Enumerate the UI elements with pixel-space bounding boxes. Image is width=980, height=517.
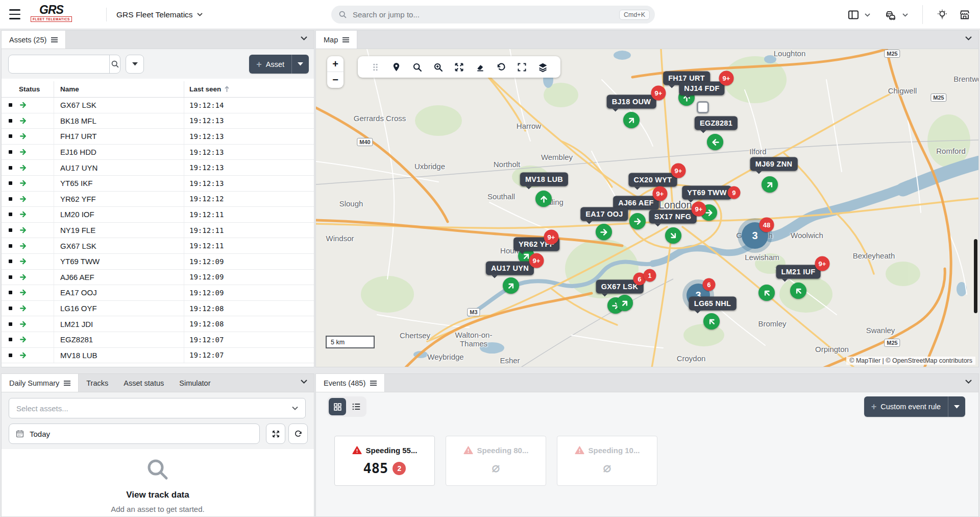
asset-row[interactable]: AJ66 AEF19:12:09 [2,270,314,286]
column-name[interactable]: Name [54,81,184,97]
vehicle-label[interactable]: MJ69 ZNN [750,157,798,171]
fit-bounds-icon[interactable] [449,56,470,78]
asset-row[interactable]: GX67 LSK19:12:11 [2,238,314,254]
vehicle-direction-marker[interactable] [629,213,646,229]
grs-logo[interactable]: GRS FLEET TELEMATICS [31,4,72,22]
vehicle-direction-marker[interactable] [623,112,640,128]
expand-button[interactable] [266,424,285,444]
asset-row[interactable]: EA17 OOJ19:12:09 [2,285,314,301]
asset-filter-dropdown-button[interactable] [126,55,144,74]
vehicle-label[interactable]: EA17 OOJ [580,207,628,221]
vehicle-label[interactable]: AU17 UYN [486,262,534,275]
search-input[interactable] [352,10,619,19]
asset-search-input[interactable] [9,60,109,68]
vehicle-direction-marker[interactable] [535,191,552,207]
add-asset-button[interactable]: +Asset [249,55,309,74]
daily-tab-daily-summary[interactable]: Daily Summary [2,374,79,392]
collapse-panel-icon[interactable] [965,379,972,384]
custom-event-rule-button[interactable]: +Custom event rule [864,396,965,417]
assets-tab-assets-25[interactable]: Assets (25) [2,31,66,49]
column-status[interactable]: Status [2,85,54,93]
asset-row[interactable]: BK18 MFL19:12:13 [2,113,314,129]
tab-menu-icon[interactable] [51,37,58,42]
vehicle-direction-marker[interactable] [665,227,681,244]
vehicle-label[interactable]: YT69 TWW [682,186,731,200]
events-tab-events-485[interactable]: Events (485) [316,374,385,392]
asset-row[interactable]: MV18 LUB19:12:07 [2,348,314,364]
event-card-speeding-10[interactable]: Speeding 10...∅ [557,436,657,486]
asset-row[interactable]: LM21 JDI19:12:08 [2,316,314,332]
drag-handle-icon[interactable] [365,56,386,78]
asset-search-field[interactable] [8,55,120,74]
grid-view-button[interactable] [329,398,346,415]
zoom-out-button[interactable]: − [327,72,344,88]
zoom-in-button[interactable]: + [327,56,344,72]
hamburger-menu-icon[interactable] [9,9,20,19]
asset-row[interactable]: EJ16 HDD19:12:13 [2,145,314,160]
chevron-down-icon[interactable] [902,13,908,17]
asset-row[interactable]: LM20 IOF19:12:11 [2,207,314,223]
vehicle-direction-marker[interactable] [758,285,775,301]
lightbulb-icon[interactable] [936,9,948,21]
asset-row[interactable]: GX67 LSK19:12:14 [2,98,314,113]
date-range-field[interactable]: Today [9,424,260,444]
vehicles-icon[interactable] [885,9,897,21]
vehicle-label[interactable]: MV18 LUB [520,173,568,186]
add-asset-dropdown[interactable] [291,55,309,74]
map-tab-map[interactable]: Map [316,31,357,49]
daily-tab-tracks[interactable]: Tracks [79,374,116,392]
vehicle-direction-marker[interactable] [703,313,720,330]
tab-menu-icon[interactable] [342,37,349,42]
asset-row[interactable]: YR62 YFF19:12:12 [2,192,314,207]
vehicle-label[interactable]: NJ14 FDF [679,82,724,96]
asset-row[interactable]: EGZ828119:12:07 [2,332,314,348]
vehicle-label[interactable]: CX20 WYT [629,173,677,187]
map-canvas[interactable]: LoughtonChigwellBrentwoodRomfordIlfordHa… [316,49,978,367]
daily-tab-asset-status[interactable]: Asset status [116,374,172,392]
vehicle-label[interactable]: LG65 NHL [689,297,737,311]
asset-row[interactable]: NY19 FLE19:12:11 [2,223,314,239]
asset-row[interactable]: AU17 UYN19:12:13 [2,160,314,176]
asset-search-button[interactable] [109,55,120,73]
vehicle-direction-marker[interactable] [790,283,806,299]
collapse-panel-icon[interactable] [300,36,308,41]
vehicle-direction-marker[interactable] [503,277,519,294]
layers-icon[interactable] [532,56,553,78]
vehicle-label[interactable]: SX17 NFG [649,210,697,224]
daily-tab-simulator[interactable]: Simulator [172,374,218,392]
event-card-speeding-55[interactable]: Speeding 55...4852 [334,436,435,486]
refresh-button[interactable] [288,424,308,444]
vehicle-label[interactable]: LM21 IUF [776,265,821,279]
scrollbar-thumb[interactable] [974,239,977,313]
select-assets-dropdown[interactable]: Select assets... [9,398,306,418]
collapse-panel-icon[interactable] [300,379,308,384]
column-last-seen[interactable]: Last seen [184,81,314,97]
zoom-area-icon[interactable] [428,56,449,78]
tab-menu-icon[interactable] [370,381,377,386]
asset-row[interactable]: YT69 TWW19:12:09 [2,254,314,270]
asset-row[interactable]: YT65 IKF19:12:13 [2,176,314,192]
vehicle-label[interactable]: BJ18 OUW [607,95,656,109]
vehicle-label[interactable]: EGZ8281 [695,116,738,130]
vehicle-direction-marker[interactable] [707,134,723,150]
stopped-vehicle-marker[interactable] [697,101,709,113]
store-icon[interactable] [959,9,971,21]
fullscreen-icon[interactable] [511,56,532,78]
global-search[interactable]: Cmd+K [331,6,655,24]
vehicle-direction-marker[interactable] [762,176,778,193]
tab-menu-icon[interactable] [64,381,70,386]
list-view-button[interactable] [348,398,365,415]
vehicle-direction-marker[interactable] [596,224,612,240]
vehicle-direction-marker[interactable] [617,295,633,311]
layout-panels-icon[interactable] [847,9,860,21]
reset-rotation-icon[interactable] [491,56,511,78]
custom-rule-dropdown[interactable] [948,396,965,417]
search-map-icon[interactable] [407,56,428,78]
collapse-panel-icon[interactable] [965,36,972,41]
chevron-down-icon[interactable] [865,13,870,17]
location-pin-icon[interactable] [386,56,407,78]
workspace-switcher[interactable]: GRS Fleet Telematics [116,0,203,29]
event-card-speeding-80[interactable]: Speeding 80...∅ [446,436,546,486]
asset-row[interactable]: FH17 URT19:12:13 [2,129,314,145]
eraser-icon[interactable] [470,56,491,78]
